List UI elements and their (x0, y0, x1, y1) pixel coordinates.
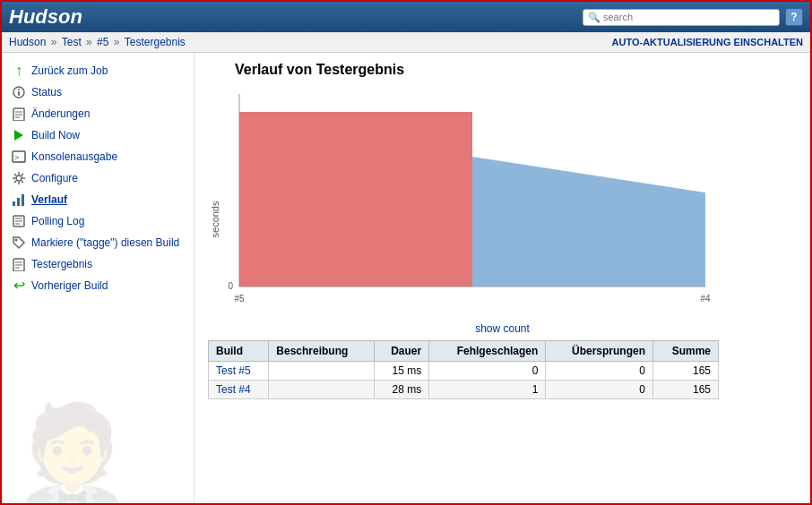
content-area: Verlauf von Testergebnis seconds 0 #5 #4 (194, 53, 810, 504)
changes-icon (11, 106, 27, 122)
svg-text:#4: #4 (700, 294, 711, 304)
search-input[interactable] (603, 12, 773, 22)
col-uebersprungen: Übersprungen (546, 341, 653, 362)
svg-line-15 (14, 174, 16, 175)
header-right: 🔍 ? (583, 8, 803, 26)
polling-icon (11, 213, 27, 229)
auto-update-link[interactable]: AUTO-AKTUALISIERUNG EINSCHALTEN (612, 37, 803, 47)
build-link-4[interactable]: Test #4 (216, 383, 251, 396)
sidebar-link-markiere[interactable]: Markiere ("tagge") diesen Build (31, 235, 179, 251)
svg-rect-20 (17, 198, 20, 206)
svg-rect-37 (239, 112, 472, 287)
cell-fehlgeschlagen-2: 1 (429, 381, 546, 399)
sidebar-item-aenderungen[interactable]: Änderungen (2, 103, 194, 124)
cell-beschreibung-2 (269, 381, 374, 399)
sidebar-link-configure[interactable]: Configure (31, 171, 78, 186)
breadcrumb-sep2: » (86, 36, 95, 48)
col-summe: Summe (653, 341, 719, 362)
show-count-link[interactable]: show count (475, 322, 530, 335)
testergebnis-icon (11, 256, 27, 272)
breadcrumb-build5[interactable]: #5 (97, 36, 108, 48)
svg-marker-38 (472, 157, 705, 287)
sidebar-item-verlauf[interactable]: Verlauf (2, 189, 194, 210)
cell-build-2: Test #4 (209, 381, 269, 399)
sidebar-link-polling[interactable]: Polling Log (31, 214, 84, 229)
svg-rect-19 (13, 201, 15, 206)
chart-title: Verlauf von Testergebnis (208, 62, 797, 78)
sidebar-link-buildnow[interactable]: Build Now (31, 128, 80, 143)
breadcrumb-testergebnis[interactable]: Testergebnis (125, 36, 186, 48)
svg-point-10 (16, 175, 22, 181)
svg-marker-7 (14, 130, 23, 141)
show-count-area: show count (208, 322, 797, 335)
cell-beschreibung-1 (269, 362, 374, 381)
breadcrumb: Hudson » Test » #5 » Testergebnis (9, 36, 186, 48)
logo: Hudson (9, 5, 82, 29)
sidebar-link-status[interactable]: Status (31, 85, 62, 100)
svg-line-17 (22, 174, 23, 175)
col-dauer: Dauer (374, 341, 429, 362)
arrow-up-icon: ↑ (11, 63, 27, 79)
breadcrumb-test[interactable]: Test (62, 36, 82, 48)
tag-icon (11, 235, 27, 251)
sidebar-item-configure[interactable]: Configure (2, 167, 194, 189)
svg-point-26 (15, 239, 18, 242)
col-fehlgeschlagen: Fehlgeschlagen (429, 341, 546, 362)
col-build: Build (209, 341, 269, 362)
sidebar-link-konsole[interactable]: Konsolenausgabe (31, 150, 117, 165)
chart-svg: seconds 0 #5 #4 (208, 85, 719, 318)
prev-build-icon: ↩ (11, 278, 27, 294)
results-table: Build Beschreibung Dauer Fehlgeschlagen … (208, 340, 719, 399)
sidebar-item-buildnow[interactable]: Build Now (2, 124, 194, 146)
svg-line-16 (22, 181, 23, 183)
verlauf-icon (11, 192, 27, 208)
table-row: Test #5 15 ms 0 0 165 (209, 362, 719, 381)
svg-rect-2 (18, 91, 20, 96)
sidebar-item-status[interactable]: Status (2, 81, 194, 103)
cell-uebersprungen-1: 0 (546, 362, 653, 381)
svg-text:0: 0 (228, 281, 233, 291)
sidebar-item-konsole[interactable]: >_ Konsolenausgabe (2, 146, 194, 167)
sidebar-item-zurueck[interactable]: ↑ Zurück zum Job (2, 60, 194, 81)
cell-summe-2: 165 (653, 381, 719, 399)
svg-rect-21 (22, 194, 24, 206)
sidebar-item-vorheriger[interactable]: ↩ Vorheriger Build (2, 275, 194, 296)
breadcrumb-bar: Hudson » Test » #5 » Testergebnis AUTO-A… (2, 32, 810, 53)
cell-fehlgeschlagen-1: 0 (429, 362, 546, 381)
cell-summe-1: 165 (653, 362, 719, 381)
search-icon: 🔍 (588, 12, 600, 23)
breadcrumb-sep1: » (51, 36, 60, 48)
main: ↑ Zurück zum Job Status (2, 53, 810, 504)
svg-text:>_: >_ (14, 153, 24, 162)
help-button[interactable]: ? (785, 8, 803, 26)
cell-build-1: Test #5 (209, 362, 269, 381)
mascot-watermark: 🤵 (11, 406, 134, 504)
search-box[interactable]: 🔍 (583, 9, 780, 26)
sidebar-item-markiere[interactable]: Markiere ("tagge") diesen Build (2, 232, 194, 253)
chart-container: seconds 0 #5 #4 (208, 85, 719, 318)
sidebar-link-verlauf[interactable]: Verlauf (31, 193, 67, 208)
status-icon (11, 84, 27, 100)
sidebar-link-aenderungen[interactable]: Änderungen (31, 107, 90, 122)
sidebar: ↑ Zurück zum Job Status (2, 53, 194, 504)
sidebar-link-zurueck[interactable]: Zurück zum Job (31, 64, 108, 79)
breadcrumb-sep3: » (114, 36, 123, 48)
console-icon: >_ (11, 149, 27, 165)
sidebar-link-testergebnis[interactable]: Testergebnis (31, 257, 92, 272)
cell-dauer-2: 28 ms (374, 381, 429, 399)
svg-point-1 (18, 89, 20, 90)
sidebar-link-vorheriger[interactable]: Vorheriger Build (31, 278, 108, 294)
cell-dauer-1: 15 ms (374, 362, 429, 381)
build-now-icon (11, 127, 27, 143)
svg-text:seconds: seconds (210, 201, 220, 237)
sidebar-item-testergebnis[interactable]: Testergebnis (2, 253, 194, 275)
header: Hudson 🔍 ? (2, 2, 810, 32)
cell-uebersprungen-2: 0 (546, 381, 653, 399)
svg-text:#5: #5 (234, 294, 245, 304)
build-link-5[interactable]: Test #5 (216, 364, 251, 377)
sidebar-item-polling[interactable]: Polling Log (2, 210, 194, 232)
col-beschreibung: Beschreibung (269, 341, 374, 362)
breadcrumb-hudson[interactable]: Hudson (9, 36, 46, 48)
configure-icon (11, 170, 27, 186)
table-row: Test #4 28 ms 1 0 165 (209, 381, 719, 399)
